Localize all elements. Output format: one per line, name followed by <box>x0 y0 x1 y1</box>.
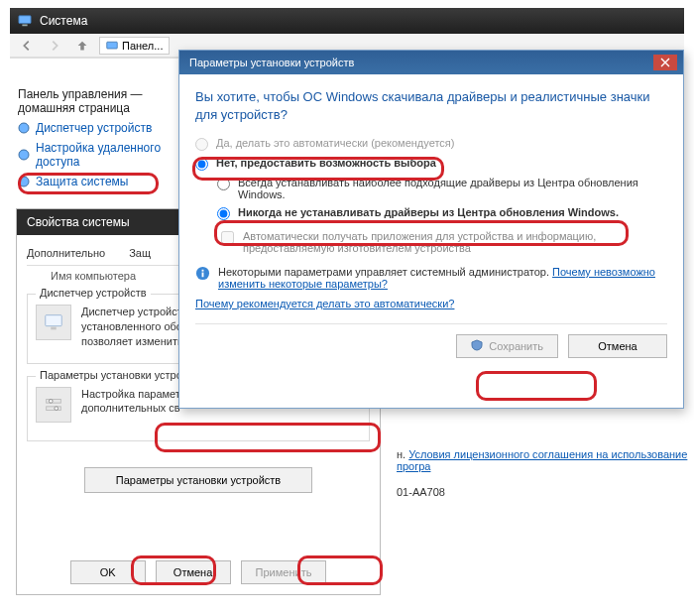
radio-never-install[interactable]: Никогда не устанавливать драйверы из Цен… <box>217 206 667 220</box>
forward-button[interactable] <box>44 37 65 55</box>
tab-protection[interactable]: Защ <box>129 247 151 259</box>
dialog-heading: Вы хотите, чтобы ОС Windows скачивала др… <box>195 88 667 123</box>
dialog-separator <box>195 323 667 324</box>
system-window-title: Система <box>40 14 87 28</box>
radio-yes-auto-input <box>195 138 208 151</box>
svg-point-10 <box>49 399 53 403</box>
radio-never-install-input[interactable] <box>217 207 230 220</box>
svg-rect-14 <box>202 270 204 272</box>
computer-icon <box>18 14 32 28</box>
svg-point-5 <box>19 177 29 186</box>
sidebar-item-device-manager[interactable]: Диспетчер устройств <box>18 121 176 135</box>
why-recommended-link[interactable]: Почему рекомендуется делать это автомати… <box>195 298 454 309</box>
cancel-button[interactable]: Отмена <box>156 560 231 584</box>
dialog-titlebar: Параметры установки устройств <box>179 51 683 74</box>
device-installation-settings-button[interactable]: Параметры установки устройств <box>84 467 312 493</box>
svg-rect-2 <box>107 42 118 49</box>
svg-rect-13 <box>202 273 204 278</box>
radio-always-install[interactable]: Всегда устанавливать наиболее подходящие… <box>217 177 667 200</box>
radio-no-choose[interactable]: Нет, предоставить возможность выбора <box>195 157 667 171</box>
close-icon[interactable] <box>653 55 677 70</box>
settings-icon <box>36 387 71 423</box>
tab-advanced[interactable]: Дополнительно <box>27 247 105 259</box>
license-link[interactable]: Условия лицензионного соглашения на испо… <box>397 448 687 472</box>
svg-rect-8 <box>47 399 61 403</box>
sidebar-heading: Панель управления — домашняя страница <box>18 87 176 115</box>
breadcrumb-label: Панел... <box>122 40 163 52</box>
dialog-cancel-button[interactable]: Отмена <box>568 334 667 358</box>
info-icon <box>195 266 210 281</box>
sidebar-item-remote-settings[interactable]: Настройка удаленного доступа <box>18 141 176 169</box>
svg-rect-7 <box>51 327 57 330</box>
apply-button[interactable]: Применить <box>241 560 327 584</box>
system-window-titlebar: Система <box>10 8 684 34</box>
svg-rect-9 <box>47 406 61 410</box>
sidebar-item-system-protection[interactable]: Защита системы <box>18 175 176 188</box>
svg-point-11 <box>55 406 58 410</box>
admin-info: Некоторыми параметрами управляет системн… <box>195 266 667 290</box>
shield-icon <box>471 339 483 353</box>
device-install-settings-dialog: Параметры установки устройств Вы хотите,… <box>178 50 684 409</box>
svg-rect-6 <box>46 315 62 326</box>
radio-yes-auto: Да, делать это автоматически (рекомендуе… <box>195 137 667 151</box>
radio-always-install-input[interactable] <box>217 178 230 190</box>
svg-point-4 <box>19 150 29 160</box>
ok-button[interactable]: OK <box>70 560 146 584</box>
svg-rect-1 <box>22 25 27 27</box>
checkbox-auto-apps-input <box>221 231 234 244</box>
svg-point-3 <box>19 123 29 133</box>
up-button[interactable] <box>71 37 93 55</box>
device-manager-icon <box>36 305 71 340</box>
back-button[interactable] <box>16 37 38 55</box>
radio-no-choose-input[interactable] <box>195 158 208 171</box>
breadcrumb[interactable]: Панел... <box>99 37 170 55</box>
sidebar: Панель управления — домашняя страница Ди… <box>18 79 176 194</box>
license-area: н. Условия лицензионного соглашения на и… <box>397 448 694 498</box>
product-key-fragment: 01-AA708 <box>397 486 694 498</box>
save-button[interactable]: Сохранить <box>456 334 558 358</box>
svg-rect-0 <box>19 16 31 24</box>
checkbox-auto-apps: Автоматически получать приложения для ус… <box>217 230 667 254</box>
